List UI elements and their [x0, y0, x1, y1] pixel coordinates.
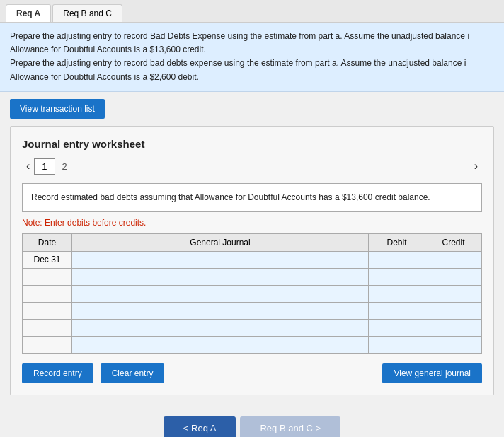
- view-btn-bar: View transaction list: [0, 92, 504, 126]
- journal-entry-card: Journal entry worksheet ‹ 1 2 › Record e…: [10, 126, 494, 395]
- credit-input-6[interactable]: [425, 337, 481, 353]
- debit-cell-1[interactable]: [369, 251, 425, 268]
- credit-input-2[interactable]: [425, 269, 481, 285]
- date-cell-5: [23, 319, 72, 336]
- bottom-navigation: < Req A Req B and C >: [0, 405, 504, 437]
- credit-input-5[interactable]: [425, 320, 481, 336]
- debit-input-1[interactable]: [369, 252, 425, 268]
- date-cell-4: [23, 302, 72, 319]
- table-row: [23, 336, 482, 353]
- credit-input-4[interactable]: [425, 303, 481, 319]
- gj-cell-5[interactable]: [72, 319, 369, 336]
- gj-cell-4[interactable]: [72, 302, 369, 319]
- view-general-journal-button[interactable]: View general journal: [382, 363, 482, 383]
- debit-cell-5[interactable]: [369, 319, 425, 336]
- debit-input-4[interactable]: [369, 303, 425, 319]
- description-box: Record estimated bad debts assuming that…: [22, 183, 482, 212]
- gj-input-6[interactable]: [72, 337, 368, 353]
- col-date: Date: [23, 233, 72, 251]
- debit-cell-3[interactable]: [369, 285, 425, 302]
- instruction-line1: Prepare the adjusting entry to record Ba…: [10, 31, 469, 41]
- prev-page-button[interactable]: ‹: [22, 158, 34, 174]
- gj-cell-2[interactable]: [72, 268, 369, 285]
- gj-input-1[interactable]: [72, 252, 368, 268]
- debit-input-5[interactable]: [369, 320, 425, 336]
- debit-cell-6[interactable]: [369, 336, 425, 353]
- record-entry-button[interactable]: Record entry: [22, 363, 93, 383]
- credit-cell-4[interactable]: [425, 302, 482, 319]
- col-debit: Debit: [369, 233, 425, 251]
- view-transaction-list-button[interactable]: View transaction list: [10, 99, 105, 119]
- date-cell-6: [23, 336, 72, 353]
- date-cell-1: Dec 31: [23, 251, 72, 268]
- credit-cell-2[interactable]: [425, 268, 482, 285]
- gj-input-2[interactable]: [72, 269, 368, 285]
- gj-cell-6[interactable]: [72, 336, 369, 353]
- col-general-journal: General Journal: [72, 233, 369, 251]
- gj-input-5[interactable]: [72, 320, 368, 336]
- description-text: Record estimated bad debts assuming that…: [31, 192, 430, 202]
- credit-cell-5[interactable]: [425, 319, 482, 336]
- table-row: [23, 285, 482, 302]
- action-buttons: Record entry Clear entry View general jo…: [22, 363, 482, 383]
- back-req-a-button[interactable]: < Req A: [164, 416, 236, 437]
- credit-input-1[interactable]: [425, 252, 481, 268]
- gj-cell-3[interactable]: [72, 285, 369, 302]
- debit-input-2[interactable]: [369, 269, 425, 285]
- credit-input-3[interactable]: [425, 286, 481, 302]
- table-row: [23, 302, 482, 319]
- instructions-panel: Prepare the adjusting entry to record Ba…: [0, 23, 504, 92]
- card-title: Journal entry worksheet: [22, 138, 482, 150]
- date-cell-3: [23, 285, 72, 302]
- instruction-line2b: Allowance for Doubtful Accounts is a $2,…: [10, 72, 199, 82]
- col-credit: Credit: [425, 233, 482, 251]
- page-1[interactable]: 1: [34, 158, 55, 175]
- clear-entry-button[interactable]: Clear entry: [101, 363, 165, 383]
- journal-table: Date General Journal Debit Credit Dec 31: [22, 233, 482, 354]
- gj-cell-1[interactable]: [72, 251, 369, 268]
- table-row: [23, 268, 482, 285]
- pagination: ‹ 1 2 ›: [22, 158, 482, 175]
- debit-cell-4[interactable]: [369, 302, 425, 319]
- credit-cell-1[interactable]: [425, 251, 482, 268]
- page-2[interactable]: 2: [55, 159, 74, 174]
- instruction-line1b: Allowance for Doubtful Accounts is a $13…: [10, 45, 206, 54]
- debit-input-6[interactable]: [369, 337, 425, 353]
- table-row: [23, 319, 482, 336]
- instruction-line2: Prepare the adjusting entry to record ba…: [10, 58, 466, 68]
- tab-req-a[interactable]: Req A: [6, 4, 51, 22]
- next-page-button[interactable]: ›: [470, 158, 482, 174]
- date-cell-2: [23, 268, 72, 285]
- table-row: Dec 31: [23, 251, 482, 268]
- credit-cell-3[interactable]: [425, 285, 482, 302]
- tab-bar: Req A Req B and C: [0, 0, 504, 23]
- credit-cell-6[interactable]: [425, 336, 482, 353]
- next-req-bc-button[interactable]: Req B and C >: [240, 416, 340, 437]
- tab-req-bc[interactable]: Req B and C: [52, 4, 122, 22]
- debit-cell-2[interactable]: [369, 268, 425, 285]
- gj-input-4[interactable]: [72, 303, 368, 319]
- gj-input-3[interactable]: [72, 286, 368, 302]
- note-text: Note: Enter debits before credits.: [22, 218, 482, 228]
- debit-input-3[interactable]: [369, 286, 425, 302]
